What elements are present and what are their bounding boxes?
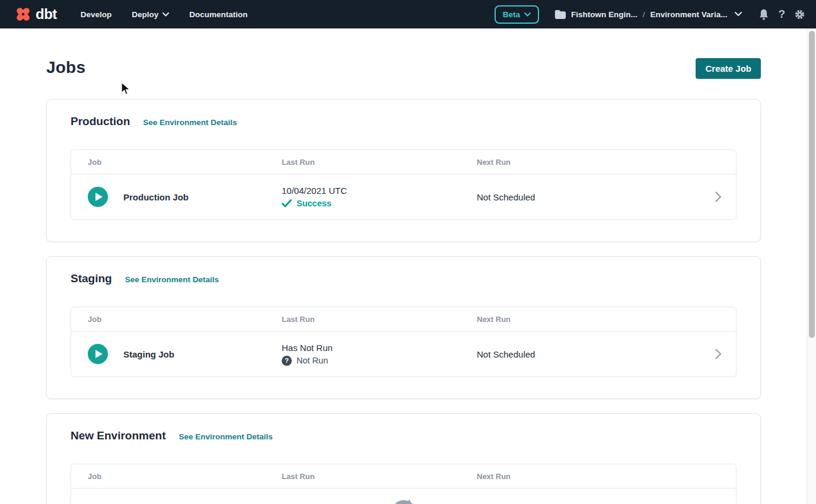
jobs-table: Job Last Run Next Run Production Job 10/…: [71, 149, 737, 220]
see-environment-details-link[interactable]: See Environment Details: [179, 432, 272, 441]
column-header-next-run: Next Run: [477, 158, 698, 167]
breadcrumb-separator: /: [643, 10, 645, 19]
chevron-down-icon: [735, 12, 742, 17]
beta-label: Beta: [503, 10, 520, 19]
nav-item-deploy[interactable]: Deploy: [132, 10, 169, 19]
dbt-logo[interactable]: dbt: [14, 5, 57, 23]
success-check-icon: [282, 199, 292, 208]
navbar-icon-group: ?: [758, 8, 805, 21]
environment-title: Staging: [71, 272, 112, 285]
dbt-logo-icon: [14, 5, 32, 23]
project-breadcrumb[interactable]: Fishtown Engin... / Environment Varia...: [554, 9, 742, 19]
question-mark-icon: ?: [778, 8, 785, 21]
top-navbar: dbt Develop Deploy Documentation Beta Fi…: [0, 0, 816, 28]
beta-dropdown[interactable]: Beta: [495, 5, 539, 24]
job-row-staging[interactable]: Staging Job Has Not Run ? Not Run Not Sc…: [71, 331, 736, 377]
column-header-last-run: Last Run: [282, 472, 477, 481]
last-run-date: 10/04/2021 UTC: [282, 186, 477, 196]
column-header-last-run: Last Run: [282, 315, 477, 324]
nav-documentation-label: Documentation: [189, 10, 247, 19]
environment-title: Production: [71, 115, 130, 128]
folder-icon: [554, 9, 566, 19]
breadcrumb-account[interactable]: Fishtown Engin...: [571, 10, 638, 19]
environment-card-staging: Staging See Environment Details Job Last…: [46, 256, 761, 399]
jobs-page: Jobs Create Job Production See Environme…: [46, 58, 761, 504]
notifications-button[interactable]: [758, 9, 769, 20]
vertical-scrollbar[interactable]: [807, 28, 816, 504]
chevron-right-icon[interactable]: [715, 349, 722, 359]
run-job-play-button[interactable]: [88, 344, 108, 364]
environment-card-production: Production See Environment Details Job L…: [46, 99, 761, 242]
empty-state: [71, 489, 736, 504]
gear-icon: [794, 9, 805, 20]
last-run-status: Success: [297, 199, 332, 208]
nav-item-develop[interactable]: Develop: [81, 10, 112, 19]
nav-deploy-label: Deploy: [132, 10, 158, 19]
chevron-down-icon: [524, 12, 531, 17]
jobs-table-header: Job Last Run Next Run: [71, 464, 736, 489]
next-run-value: Not Scheduled: [477, 349, 698, 359]
run-job-play-button[interactable]: [88, 187, 108, 207]
chevron-down-icon: [162, 12, 169, 17]
scrollbar-thumb[interactable]: [809, 31, 815, 338]
nav-develop-label: Develop: [81, 10, 112, 19]
column-header-job: Job: [88, 315, 282, 324]
column-header-next-run: Next Run: [477, 315, 698, 324]
refresh-arrow-icon: [390, 498, 418, 504]
bell-icon: [758, 9, 769, 20]
settings-button[interactable]: [794, 9, 805, 20]
environment-card-new-environment: New Environment See Environment Details …: [46, 413, 761, 504]
job-name: Staging Job: [123, 349, 174, 359]
main-nav: Develop Deploy Documentation: [81, 10, 248, 19]
next-run-value: Not Scheduled: [477, 192, 698, 202]
chevron-right-icon[interactable]: [715, 192, 722, 202]
environment-title: New Environment: [71, 429, 165, 442]
create-job-button[interactable]: Create Job: [696, 58, 761, 79]
last-run-date: Has Not Run: [282, 343, 477, 353]
job-name: Production Job: [123, 192, 189, 202]
column-header-job: Job: [88, 158, 282, 167]
see-environment-details-link[interactable]: See Environment Details: [125, 275, 219, 284]
see-environment-details-link[interactable]: See Environment Details: [143, 118, 237, 127]
column-header-last-run: Last Run: [282, 158, 477, 167]
jobs-table-header: Job Last Run Next Run: [71, 150, 736, 174]
jobs-table: Job Last Run Next Run: [71, 464, 737, 504]
help-button[interactable]: ?: [778, 8, 785, 21]
breadcrumb-project[interactable]: Environment Varia...: [651, 10, 728, 19]
jobs-table-header: Job Last Run Next Run: [71, 307, 736, 331]
column-header-next-run: Next Run: [477, 472, 698, 481]
nav-item-documentation[interactable]: Documentation: [189, 10, 247, 19]
not-run-question-icon: ?: [282, 356, 292, 366]
page-title: Jobs: [46, 58, 85, 77]
last-run-status: Not Run: [297, 356, 328, 365]
brand-wordmark: dbt: [36, 6, 57, 23]
jobs-table: Job Last Run Next Run Staging Job Has No…: [71, 307, 737, 377]
column-header-job: Job: [88, 472, 282, 481]
job-row-production[interactable]: Production Job 10/04/2021 UTC Success No…: [71, 174, 736, 219]
